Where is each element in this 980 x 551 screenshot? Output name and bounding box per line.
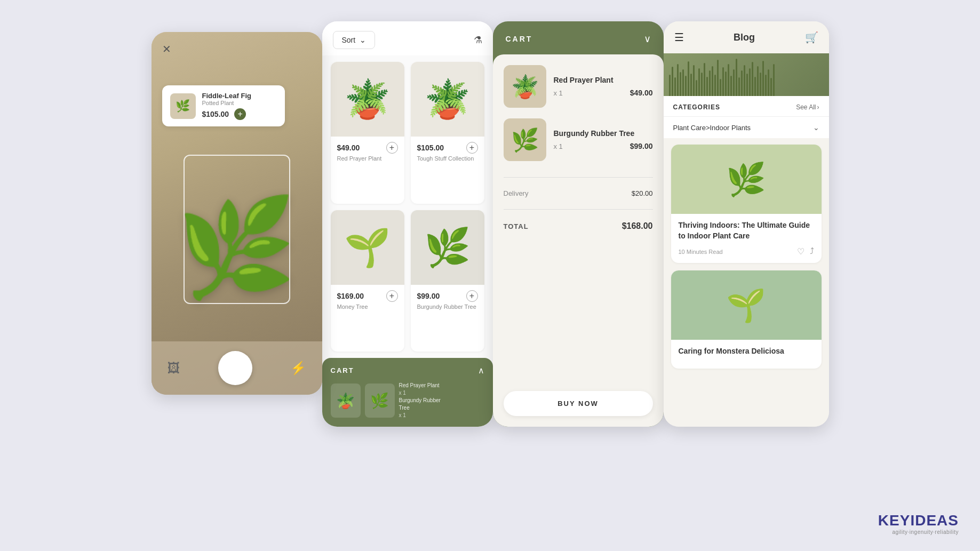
cart-chevron-icon[interactable]: ∧ xyxy=(478,365,484,376)
cart-item-price: $49.00 xyxy=(630,89,653,97)
categories-label: CATEGORIES xyxy=(673,103,720,111)
close-button[interactable]: ✕ xyxy=(162,43,171,55)
total-label: TOTAL xyxy=(504,222,529,230)
filter-icon[interactable]: ⚗ xyxy=(474,34,482,46)
cart-header-title: CART xyxy=(506,35,533,43)
plant-info-text: Fiddle-Leaf Fig Potted Plant $105.00 + xyxy=(202,92,251,120)
brand-name: KEYIDEAS xyxy=(878,512,959,529)
cart-delivery-row: Delivery $20.00 xyxy=(504,189,653,197)
plant-care-dropdown[interactable]: Plant Care>Indoor Plants ⌄ xyxy=(664,116,829,138)
product-name: Burgundy Rubber Tree xyxy=(417,304,478,310)
add-product-button[interactable]: + xyxy=(466,142,478,154)
flash-icon[interactable]: ⚡ xyxy=(290,361,306,376)
product-name: Tough Stuff Collection xyxy=(417,155,478,162)
gallery-icon[interactable]: 🖼 xyxy=(168,361,180,376)
hero-grass xyxy=(664,59,829,96)
product-name: Red Prayer Plant xyxy=(337,155,398,162)
add-product-button[interactable]: + xyxy=(386,290,398,302)
cart-item-image: 🪴 xyxy=(504,65,546,108)
product-name: Money Tree xyxy=(337,304,398,310)
cart-item-name: Burgundy Rubber Tree xyxy=(554,129,653,138)
cart-divider xyxy=(504,209,653,210)
blog-card: 🌱 Caring for Monstera Deliciosa xyxy=(671,270,822,369)
blog-screen: ☰ Blog 🛒 xyxy=(664,21,829,427)
delivery-price: $20.00 xyxy=(632,189,653,197)
buy-now-button[interactable]: BUY NOW xyxy=(504,391,653,416)
cart-item-name-2: Burgundy Rubber xyxy=(399,397,441,404)
cart-item-details: Red Prayer Plant x 1 $49.00 xyxy=(554,76,653,97)
cart-mini-item: 🌿 xyxy=(365,384,395,418)
cart-item-quantity: x 1 xyxy=(554,142,563,150)
cart-item-row: 🌿 Burgundy Rubber Tree x 1 $99.00 xyxy=(504,118,653,161)
product-price: $99.00 xyxy=(417,292,440,300)
cart-panel: CART ∧ 🪴 🌿 Red Prayer Plant x 1 Burgundy… xyxy=(322,358,493,427)
add-product-button[interactable]: + xyxy=(466,290,478,302)
plant-price: $105.00 xyxy=(202,110,229,118)
product-price: $169.00 xyxy=(337,292,364,300)
blog-article-title: Thriving Indoors: The Ultimate Guide to … xyxy=(679,220,814,241)
sort-label: Sort xyxy=(342,36,356,44)
products-grid: 🪴 $49.00 + Red Prayer Plant 🪴 $105. xyxy=(322,55,493,358)
see-all-label: See All xyxy=(796,103,816,111)
cart-item-details: Burgundy Rubber Tree x 1 $99.00 xyxy=(554,129,653,150)
see-all-arrow-icon: › xyxy=(817,103,819,111)
blog-content: 🌿 Thriving Indoors: The Ultimate Guide t… xyxy=(664,138,829,427)
cart-item-qty-2: x 1 xyxy=(399,412,441,419)
product-card: 🪴 $49.00 + Red Prayer Plant xyxy=(331,62,404,204)
cart-item-name: Red Prayer Plant xyxy=(554,76,653,84)
product-image: 🪴 xyxy=(331,62,404,137)
delivery-label: Delivery xyxy=(504,189,529,197)
product-card: 🌿 $99.00 + Burgundy Rubber Tree xyxy=(411,210,484,352)
plant-info-card: 🌿 Fiddle-Leaf Fig Potted Plant $105.00 + xyxy=(162,85,285,126)
cart-total-row: TOTAL $168.00 xyxy=(504,221,653,231)
keyideas-branding: KEYIDEAS agility·ingenuity·reliability xyxy=(878,512,959,535)
hamburger-menu-icon[interactable]: ☰ xyxy=(674,31,684,44)
blog-read-time: 10 Minutes Read xyxy=(679,249,723,255)
plant-care-label: Plant Care>Indoor Plants xyxy=(673,124,751,132)
product-image: 🪴 xyxy=(411,62,484,137)
cart-screen: CART ∨ 🪴 Red Prayer Plant x 1 $49.00 🌿 xyxy=(493,21,664,427)
add-product-button[interactable]: + xyxy=(386,142,398,154)
cart-items-mini: 🪴 🌿 Red Prayer Plant x 1 Burgundy Rubber… xyxy=(331,382,484,419)
cart-item-price: $99.00 xyxy=(630,142,653,150)
plant-name: Fiddle-Leaf Fig xyxy=(202,92,251,100)
brand-tagline: agility·ingenuity·reliability xyxy=(878,529,959,535)
camera-controls: 🖼 ⚡ xyxy=(152,341,322,395)
cart-item-qty-1: x 1 xyxy=(399,389,441,397)
cart-icon[interactable]: 🛒 xyxy=(805,31,818,44)
blog-page-title: Blog xyxy=(734,32,755,43)
product-price: $105.00 xyxy=(417,143,444,152)
categories-bar: CATEGORIES See All › xyxy=(664,96,829,116)
cart-header-chevron-icon[interactable]: ∨ xyxy=(644,33,651,45)
product-card: 🪴 $105.00 + Tough Stuff Collection xyxy=(411,62,484,204)
blog-card-image: 🌿 xyxy=(671,145,822,214)
product-image: 🌱 xyxy=(331,210,404,285)
share-icon[interactable]: ⤴ xyxy=(810,246,814,257)
cart-item-quantity: x 1 xyxy=(554,89,563,97)
sort-dropdown[interactable]: Sort ⌄ xyxy=(333,31,376,49)
cart-item-row: 🪴 Red Prayer Plant x 1 $49.00 xyxy=(504,65,653,108)
total-amount: $168.00 xyxy=(622,221,653,231)
like-icon[interactable]: ♡ xyxy=(797,246,804,257)
plant-thumbnail: 🌿 xyxy=(170,93,196,119)
cart-item-name-2b: Tree xyxy=(399,404,441,412)
cart-item-labels: Red Prayer Plant x 1 Burgundy Rubber Tre… xyxy=(399,382,441,419)
shutter-button[interactable] xyxy=(218,351,252,385)
see-all-link[interactable]: See All › xyxy=(796,103,819,111)
cart-header: CART ∨ xyxy=(493,21,664,54)
add-to-cart-button[interactable]: + xyxy=(234,108,246,120)
blog-header: ☰ Blog 🛒 xyxy=(664,21,829,53)
cart-divider xyxy=(504,177,653,178)
product-price: $49.00 xyxy=(337,143,360,152)
product-image: 🌿 xyxy=(411,210,484,285)
cart-title: CART xyxy=(331,366,354,374)
plant-type: Potted Plant xyxy=(202,100,251,106)
cart-body: 🪴 Red Prayer Plant x 1 $49.00 🌿 Burgundy… xyxy=(493,54,664,427)
product-card: 🌱 $169.00 + Money Tree xyxy=(331,210,404,352)
cart-mini-item: 🪴 xyxy=(331,384,361,418)
sort-bar: Sort ⌄ ⚗ xyxy=(322,21,493,55)
chevron-down-icon: ⌄ xyxy=(360,36,366,44)
blog-card: 🌿 Thriving Indoors: The Ultimate Guide t… xyxy=(671,145,822,263)
blog-card-image: 🌱 xyxy=(671,270,822,340)
blog-article-title: Caring for Monstera Deliciosa xyxy=(679,346,814,357)
